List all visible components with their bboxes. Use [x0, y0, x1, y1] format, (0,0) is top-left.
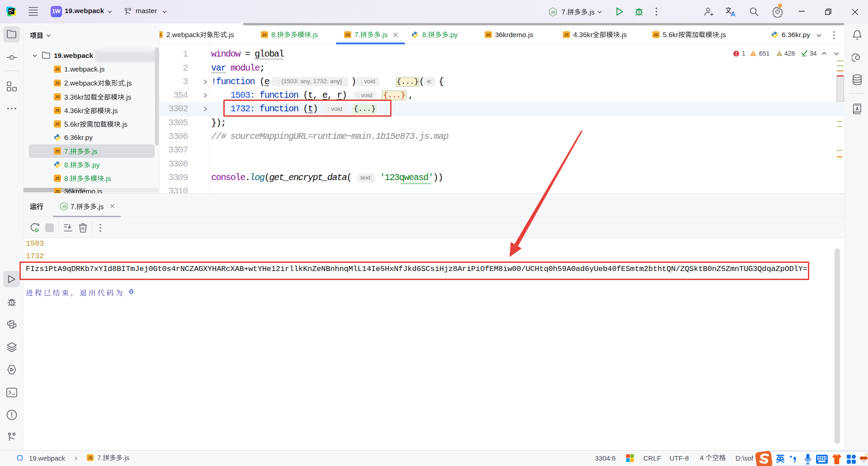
svg-text:JS: JS	[62, 204, 66, 209]
svg-text:JS: JS	[551, 10, 556, 14]
svg-text:PC: PC	[9, 9, 13, 12]
svg-text:A: A	[731, 10, 736, 17]
